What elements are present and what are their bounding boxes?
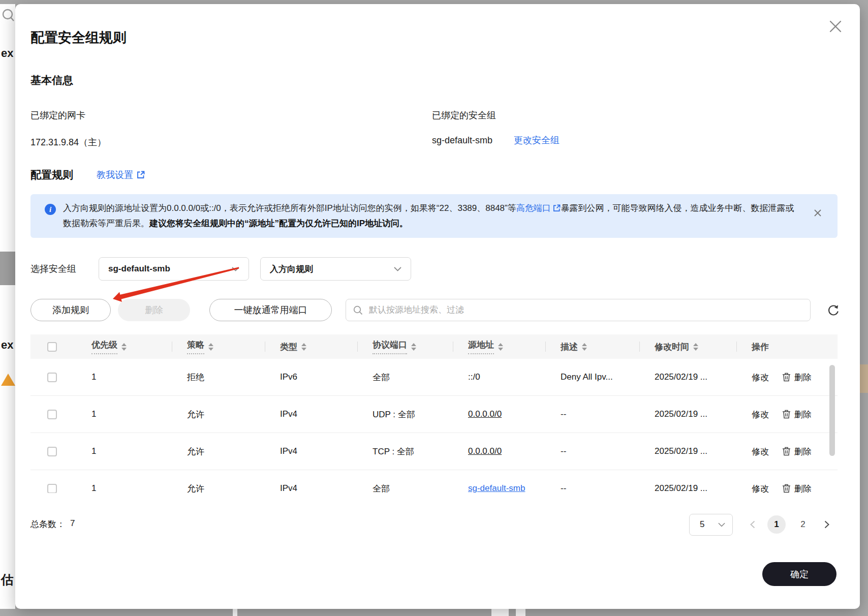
table-header-row: 优先级 策略 类型 协议端口 源地址 描述 — [30, 334, 838, 359]
trash-icon — [782, 373, 791, 382]
security-group-select-value: sg-default-smb — [108, 264, 170, 274]
close-icon[interactable] — [828, 19, 843, 34]
next-page-button[interactable] — [820, 518, 833, 531]
edit-link[interactable]: 修改 — [752, 446, 769, 457]
alert-line1: 入方向规则的源地址设置为0.0.0.0/0或::/0，表示允许或拒绝所有外部IP… — [63, 203, 516, 213]
column-header-actions: 操作 — [736, 334, 838, 359]
delete-link[interactable]: 删除 — [782, 409, 812, 420]
cell-modified-time: 2025/02/19 ... — [639, 446, 736, 456]
cell-policy: 允许 — [172, 446, 265, 457]
bound-nic-label: 已绑定的网卡 — [30, 109, 85, 121]
cell-type: IPv6 — [265, 372, 357, 382]
row-checkbox[interactable] — [47, 447, 57, 456]
search-field[interactable] — [346, 299, 811, 321]
dialog-title: 配置安全组规则 — [30, 28, 127, 47]
refresh-icon[interactable] — [827, 303, 840, 317]
column-header-priority[interactable]: 优先级 — [76, 334, 172, 359]
cell-priority: 1 — [76, 483, 172, 493]
page-2-button[interactable]: 2 — [794, 515, 812, 534]
delete-button[interactable]: 删除 — [118, 299, 190, 321]
prev-page-button[interactable] — [746, 518, 759, 531]
chevron-left-icon — [750, 520, 755, 529]
cell-protocol: UDP : 全部 — [357, 409, 453, 420]
cell-description: Deny All Ipv... — [545, 372, 639, 382]
table-scrollbar[interactable] — [829, 365, 835, 456]
alert-line1-tail: 暴露到公网，可能导致 — [561, 203, 647, 213]
table-row: 1 允许 IPv4 UDP : 全部 0.0.0.0/0 -- 2025/02/… — [30, 396, 838, 433]
cell-actions: 修改 删除 — [736, 446, 838, 457]
table-body: 1 拒绝 IPv6 全部 ::/0 Deny All Ipv... 2025/0… — [30, 359, 838, 493]
delete-link[interactable]: 删除 — [782, 372, 812, 383]
cell-protocol: 全部 — [357, 372, 453, 383]
teach-me-setup-link[interactable]: 教我设置 — [97, 169, 145, 181]
cell-protocol: TCP : 全部 — [357, 446, 453, 457]
sort-icon[interactable] — [301, 343, 306, 351]
config-rules-heading: 配置规则 — [30, 168, 73, 182]
trash-icon — [782, 484, 791, 493]
row-checkbox[interactable] — [47, 410, 57, 419]
cell-description: -- — [545, 446, 639, 456]
row-checkbox[interactable] — [47, 373, 57, 382]
rule-direction-select[interactable]: 入方向规则 — [260, 257, 411, 281]
security-group-select[interactable]: sg-default-smb — [99, 257, 249, 281]
cell-source[interactable]: sg-default-smb — [468, 483, 525, 493]
bound-sg-value: sg-default-smb — [432, 135, 492, 146]
add-rule-button[interactable]: 添加规则 — [30, 299, 111, 321]
column-header-source[interactable]: 源地址 — [453, 334, 545, 359]
sort-icon[interactable] — [121, 343, 127, 351]
column-header-description[interactable]: 描述 — [545, 334, 639, 359]
cell-priority: 1 — [76, 446, 172, 456]
background-text-fragment: ex — [1, 338, 13, 352]
table-row: 1 允许 IPv4 TCP : 全部 0.0.0.0/0 -- 2025/02/… — [30, 433, 838, 470]
column-header-protocol[interactable]: 协议端口 — [357, 334, 453, 359]
edit-link[interactable]: 修改 — [752, 372, 769, 383]
delete-link[interactable]: 删除 — [782, 483, 812, 494]
dangerous-ports-link[interactable]: 高危端口 — [516, 203, 551, 213]
search-input[interactable] — [368, 304, 803, 316]
cell-protocol: 全部 — [357, 483, 453, 494]
background-text-fragment: 估 — [1, 571, 14, 588]
basic-info-section: 已绑定的网卡 172.31.9.84（主） 已绑定的安全组 sg-default… — [30, 106, 833, 157]
sort-icon[interactable] — [498, 343, 503, 351]
open-common-ports-button[interactable]: 一键放通常用端口 — [209, 299, 332, 321]
page-1-button[interactable]: 1 — [767, 515, 786, 534]
alert-line2-bold: 建议您将安全组规则中的“源地址”配置为仅允许已知的IP地址访问。 — [149, 219, 408, 228]
table-row: 1 拒绝 IPv6 全部 ::/0 Deny All Ipv... 2025/0… — [30, 359, 838, 396]
info-icon: i — [45, 204, 56, 215]
background-gap — [491, 609, 509, 616]
basic-info-heading: 基本信息 — [30, 73, 73, 87]
total-count-value: 7 — [70, 518, 75, 530]
sort-icon[interactable] — [693, 343, 698, 351]
cell-policy: 拒绝 — [172, 372, 265, 383]
trash-icon — [782, 410, 791, 419]
sort-icon[interactable] — [411, 343, 416, 351]
cell-source[interactable]: 0.0.0.0/0 — [468, 446, 502, 456]
column-header-modified-time[interactable]: 修改时间 — [639, 334, 736, 359]
page-size-select[interactable]: 5 — [689, 514, 733, 536]
column-header-policy[interactable]: 策略 — [172, 334, 265, 359]
row-checkbox[interactable] — [47, 484, 57, 494]
cell-source[interactable]: 0.0.0.0/0 — [468, 409, 502, 419]
alert-text: 入方向规则的源地址设置为0.0.0.0/0或::/0，表示允许或拒绝所有外部IP… — [63, 201, 800, 231]
trash-icon — [782, 447, 791, 456]
edit-link[interactable]: 修改 — [752, 483, 769, 494]
sort-icon[interactable] — [582, 343, 587, 351]
cell-type: IPv4 — [265, 483, 357, 493]
cell-type: IPv4 — [265, 409, 357, 419]
column-header-type[interactable]: 类型 — [265, 334, 357, 359]
cell-source: ::/0 — [453, 372, 545, 382]
sort-icon[interactable] — [208, 343, 213, 351]
cell-modified-time: 2025/02/19 ... — [639, 483, 736, 493]
search-icon — [353, 305, 363, 315]
background-selected-item — [0, 252, 15, 285]
alert-close-icon[interactable] — [813, 208, 822, 218]
chevron-right-icon — [824, 520, 829, 529]
delete-link[interactable]: 删除 — [782, 446, 812, 457]
bound-nic-value: 172.31.9.84（主） — [30, 136, 106, 148]
change-security-group-link[interactable]: 更改安全组 — [514, 134, 560, 146]
background-gap — [233, 609, 237, 616]
confirm-button[interactable]: 确定 — [762, 562, 836, 586]
edit-link[interactable]: 修改 — [752, 409, 769, 420]
select-all-checkbox[interactable] — [47, 342, 57, 352]
background-gap — [516, 609, 525, 616]
